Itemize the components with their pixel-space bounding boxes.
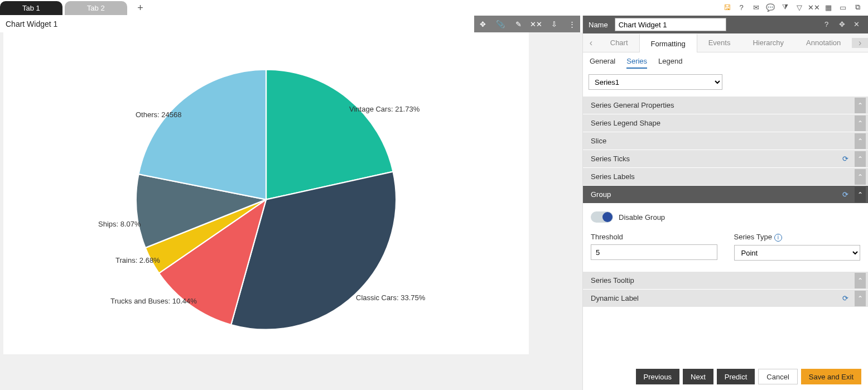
panel-help-icon[interactable]: ?: [824, 20, 833, 29]
acc-group[interactable]: Group ⟳⌃: [583, 186, 868, 204]
pie-label-others: Others: 24568: [136, 110, 181, 119]
acc-dynamic-label[interactable]: Dynamic Label ⟳⌃: [583, 290, 868, 307]
series-type-select[interactable]: Point: [734, 245, 861, 261]
acc-series-general[interactable]: Series General Properties ⌃: [583, 97, 868, 114]
chevron-up-icon: ⌃: [855, 98, 866, 113]
series-select[interactable]: Series1: [589, 74, 722, 90]
acc-legend-shape[interactable]: Series Legend Shape ⌃: [583, 114, 868, 132]
comment-icon[interactable]: 💬: [765, 2, 775, 12]
formatting-subtabs: General Series Legend: [583, 52, 868, 71]
download-icon[interactable]: ⇩: [549, 19, 559, 29]
tab-events[interactable]: Events: [697, 33, 742, 52]
acc-series-general-label: Series General Properties: [591, 101, 674, 109]
threshold-label: Threshold: [591, 233, 717, 241]
tab-annotation[interactable]: Annotation: [795, 33, 852, 52]
panel-move-icon[interactable]: ✥: [839, 20, 848, 29]
more-icon[interactable]: ⋮: [567, 19, 577, 29]
threshold-input[interactable]: [591, 244, 717, 260]
mail-icon[interactable]: ✉: [751, 2, 761, 12]
name-label: Name: [589, 21, 608, 29]
subtab-series[interactable]: Series: [626, 57, 647, 69]
canvas: Chart Widget 1 ✥ 📎 ✎ ✕✕ ⇩ ⋮: [0, 16, 582, 390]
acc-series-labels[interactable]: Series Labels ⌃: [583, 168, 868, 186]
tab-hierarchy[interactable]: Hierarchy: [741, 33, 795, 52]
chevron-up-icon: ⌃: [855, 187, 866, 203]
tab-1[interactable]: Tab 1: [0, 1, 62, 15]
chevron-up-icon: ⌃: [855, 115, 866, 131]
next-button[interactable]: Next: [683, 369, 713, 384]
previous-button[interactable]: Previous: [636, 369, 680, 384]
acc-legend-shape-label: Series Legend Shape: [591, 119, 660, 127]
disable-group-toggle[interactable]: [591, 211, 613, 223]
acc-group-label: Group: [591, 190, 611, 199]
tab-formatting[interactable]: Formatting: [639, 33, 697, 52]
cancel-button[interactable]: Cancel: [758, 369, 797, 384]
save-icon[interactable]: 🖫: [722, 2, 732, 12]
acc-dynamic-label-label: Dynamic Label: [591, 294, 639, 302]
pie-chart: [3, 32, 529, 354]
move-icon[interactable]: ✥: [478, 19, 488, 29]
help-icon[interactable]: ?: [736, 2, 746, 12]
grid-icon[interactable]: ▦: [823, 2, 833, 12]
panel-tabs: ‹ Chart Formatting Events Hierarchy Anno…: [583, 33, 868, 52]
acc-series-ticks-label: Series Ticks: [591, 155, 630, 163]
widget-toolbar: ✥ 📎 ✎ ✕✕ ⇩ ⋮: [474, 16, 580, 32]
info-icon[interactable]: i: [774, 234, 782, 242]
name-input[interactable]: [615, 18, 726, 31]
acc-series-ticks[interactable]: Series Ticks ⟳⌃: [583, 150, 868, 168]
tab-2[interactable]: Tab 2: [65, 1, 127, 15]
settings-icon[interactable]: ✕✕: [531, 19, 541, 29]
acc-slice-label: Slice: [591, 137, 606, 145]
widget-title: Chart Widget 1: [6, 20, 57, 28]
pie-label-trucks: Trucks and Buses: 10.44%: [110, 297, 197, 305]
disable-group-label: Disable Group: [619, 213, 665, 222]
group-panel: Disable Group Threshold Series Typei Poi…: [583, 204, 868, 272]
tabs-scroll-right[interactable]: ›: [852, 38, 868, 48]
attach-icon[interactable]: 📎: [495, 19, 505, 29]
filter-icon[interactable]: ▽: [794, 2, 804, 12]
refresh-icon[interactable]: ⟳: [842, 294, 851, 303]
devices-icon[interactable]: ⧉: [852, 2, 862, 12]
pie-label-ships: Ships: 8.07%: [98, 220, 141, 228]
chevron-up-icon: ⌃: [855, 133, 866, 149]
chevron-up-icon: ⌃: [855, 151, 866, 167]
refresh-icon[interactable]: ⟳: [842, 155, 851, 163]
chart-area: Vintage Cars: 21.73% Classic Cars: 33.75…: [3, 32, 529, 354]
chevron-up-icon: ⌃: [855, 273, 866, 288]
acc-series-tooltip[interactable]: Series Tooltip ⌃: [583, 272, 868, 290]
add-tab-button[interactable]: +: [135, 2, 146, 14]
edit-icon[interactable]: ✎: [513, 19, 523, 29]
panel-close-icon[interactable]: ✕: [853, 20, 862, 29]
tabs-scroll-left[interactable]: ‹: [583, 38, 599, 48]
chevron-up-icon: ⌃: [855, 169, 866, 185]
pie-label-vintage: Vintage Cars: 21.73%: [349, 105, 419, 113]
properties-panel: Name ? ✥ ✕ ‹ Chart Formatting Events Hie…: [582, 16, 868, 390]
series-type-label: Series Typei: [734, 233, 861, 242]
tab-chart[interactable]: Chart: [599, 33, 639, 52]
pie-label-trains: Trains: 2.68%: [115, 256, 160, 264]
acc-series-labels-label: Series Labels: [591, 172, 635, 181]
acc-slice[interactable]: Slice ⌃: [583, 132, 868, 150]
series-accordion: Series General Properties ⌃ Series Legen…: [583, 97, 868, 307]
tools-icon[interactable]: ✕✕: [809, 2, 819, 12]
save-exit-button[interactable]: Save and Exit: [801, 369, 861, 384]
panel-footer: Previous Next Predict Cancel Save and Ex…: [583, 363, 868, 390]
app-toolbar: 🖫 ? ✉ 💬 ⧩ ▽ ✕✕ ▦ ▭ ⧉: [722, 2, 862, 12]
acc-series-tooltip-label: Series Tooltip: [591, 276, 634, 285]
present-icon[interactable]: ▭: [838, 2, 848, 12]
refresh-icon[interactable]: ⟳: [842, 190, 851, 199]
pie-label-classic: Classic Cars: 33.75%: [356, 293, 425, 302]
subtab-legend[interactable]: Legend: [658, 57, 682, 69]
filter-off-icon[interactable]: ⧩: [780, 2, 790, 12]
subtab-general[interactable]: General: [590, 57, 615, 69]
chevron-up-icon: ⌃: [855, 291, 866, 306]
predict-button[interactable]: Predict: [717, 369, 755, 384]
